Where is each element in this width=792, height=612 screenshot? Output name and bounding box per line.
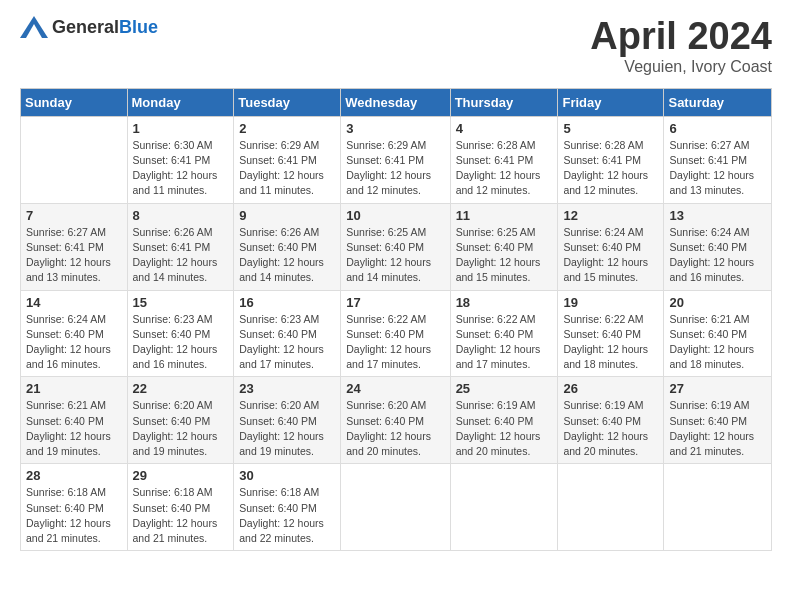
calendar-header-cell: Monday bbox=[127, 88, 234, 116]
day-number: 13 bbox=[669, 208, 766, 223]
day-detail: Sunrise: 6:27 AMSunset: 6:41 PMDaylight:… bbox=[26, 225, 122, 286]
day-detail: Sunrise: 6:18 AMSunset: 6:40 PMDaylight:… bbox=[26, 485, 122, 546]
calendar-header-row: SundayMondayTuesdayWednesdayThursdayFrid… bbox=[21, 88, 772, 116]
day-detail: Sunrise: 6:29 AMSunset: 6:41 PMDaylight:… bbox=[346, 138, 444, 199]
day-detail: Sunrise: 6:24 AMSunset: 6:40 PMDaylight:… bbox=[669, 225, 766, 286]
day-number: 5 bbox=[563, 121, 658, 136]
day-detail: Sunrise: 6:22 AMSunset: 6:40 PMDaylight:… bbox=[456, 312, 553, 373]
day-detail: Sunrise: 6:21 AMSunset: 6:40 PMDaylight:… bbox=[26, 398, 122, 459]
day-number: 26 bbox=[563, 381, 658, 396]
header: GeneralBlue April 2024 Veguien, Ivory Co… bbox=[20, 16, 772, 76]
day-detail: Sunrise: 6:19 AMSunset: 6:40 PMDaylight:… bbox=[669, 398, 766, 459]
calendar-cell: 3Sunrise: 6:29 AMSunset: 6:41 PMDaylight… bbox=[341, 116, 450, 203]
calendar-cell bbox=[341, 464, 450, 551]
day-detail: Sunrise: 6:23 AMSunset: 6:40 PMDaylight:… bbox=[239, 312, 335, 373]
calendar-cell: 10Sunrise: 6:25 AMSunset: 6:40 PMDayligh… bbox=[341, 203, 450, 290]
calendar-week-row: 1Sunrise: 6:30 AMSunset: 6:41 PMDaylight… bbox=[21, 116, 772, 203]
calendar-cell: 8Sunrise: 6:26 AMSunset: 6:41 PMDaylight… bbox=[127, 203, 234, 290]
calendar-cell: 14Sunrise: 6:24 AMSunset: 6:40 PMDayligh… bbox=[21, 290, 128, 377]
calendar-cell: 4Sunrise: 6:28 AMSunset: 6:41 PMDaylight… bbox=[450, 116, 558, 203]
calendar-cell: 7Sunrise: 6:27 AMSunset: 6:41 PMDaylight… bbox=[21, 203, 128, 290]
calendar-cell: 28Sunrise: 6:18 AMSunset: 6:40 PMDayligh… bbox=[21, 464, 128, 551]
calendar-header-cell: Tuesday bbox=[234, 88, 341, 116]
day-number: 3 bbox=[346, 121, 444, 136]
day-number: 15 bbox=[133, 295, 229, 310]
day-detail: Sunrise: 6:28 AMSunset: 6:41 PMDaylight:… bbox=[456, 138, 553, 199]
day-detail: Sunrise: 6:23 AMSunset: 6:40 PMDaylight:… bbox=[133, 312, 229, 373]
day-detail: Sunrise: 6:24 AMSunset: 6:40 PMDaylight:… bbox=[26, 312, 122, 373]
calendar-header-cell: Saturday bbox=[664, 88, 772, 116]
calendar-header-cell: Thursday bbox=[450, 88, 558, 116]
calendar-cell: 21Sunrise: 6:21 AMSunset: 6:40 PMDayligh… bbox=[21, 377, 128, 464]
day-number: 14 bbox=[26, 295, 122, 310]
calendar-cell bbox=[664, 464, 772, 551]
day-detail: Sunrise: 6:25 AMSunset: 6:40 PMDaylight:… bbox=[456, 225, 553, 286]
calendar-week-row: 28Sunrise: 6:18 AMSunset: 6:40 PMDayligh… bbox=[21, 464, 772, 551]
day-number: 21 bbox=[26, 381, 122, 396]
logo-blue: Blue bbox=[119, 17, 158, 37]
day-detail: Sunrise: 6:21 AMSunset: 6:40 PMDaylight:… bbox=[669, 312, 766, 373]
calendar-cell: 26Sunrise: 6:19 AMSunset: 6:40 PMDayligh… bbox=[558, 377, 664, 464]
day-number: 27 bbox=[669, 381, 766, 396]
day-number: 28 bbox=[26, 468, 122, 483]
day-detail: Sunrise: 6:30 AMSunset: 6:41 PMDaylight:… bbox=[133, 138, 229, 199]
calendar-cell: 5Sunrise: 6:28 AMSunset: 6:41 PMDaylight… bbox=[558, 116, 664, 203]
month-title: April 2024 bbox=[590, 16, 772, 58]
day-number: 23 bbox=[239, 381, 335, 396]
day-detail: Sunrise: 6:19 AMSunset: 6:40 PMDaylight:… bbox=[563, 398, 658, 459]
title-area: April 2024 Veguien, Ivory Coast bbox=[590, 16, 772, 76]
day-detail: Sunrise: 6:18 AMSunset: 6:40 PMDaylight:… bbox=[133, 485, 229, 546]
logo: GeneralBlue bbox=[20, 16, 158, 38]
day-number: 8 bbox=[133, 208, 229, 223]
calendar-cell: 25Sunrise: 6:19 AMSunset: 6:40 PMDayligh… bbox=[450, 377, 558, 464]
calendar-cell bbox=[21, 116, 128, 203]
day-number: 10 bbox=[346, 208, 444, 223]
calendar-cell: 18Sunrise: 6:22 AMSunset: 6:40 PMDayligh… bbox=[450, 290, 558, 377]
day-number: 2 bbox=[239, 121, 335, 136]
day-number: 6 bbox=[669, 121, 766, 136]
calendar-header-cell: Wednesday bbox=[341, 88, 450, 116]
calendar-cell bbox=[558, 464, 664, 551]
calendar-table: SundayMondayTuesdayWednesdayThursdayFrid… bbox=[20, 88, 772, 551]
calendar-header-cell: Friday bbox=[558, 88, 664, 116]
calendar-cell: 29Sunrise: 6:18 AMSunset: 6:40 PMDayligh… bbox=[127, 464, 234, 551]
calendar-cell: 19Sunrise: 6:22 AMSunset: 6:40 PMDayligh… bbox=[558, 290, 664, 377]
calendar-week-row: 21Sunrise: 6:21 AMSunset: 6:40 PMDayligh… bbox=[21, 377, 772, 464]
day-number: 11 bbox=[456, 208, 553, 223]
calendar-cell: 15Sunrise: 6:23 AMSunset: 6:40 PMDayligh… bbox=[127, 290, 234, 377]
calendar-week-row: 14Sunrise: 6:24 AMSunset: 6:40 PMDayligh… bbox=[21, 290, 772, 377]
calendar-cell: 1Sunrise: 6:30 AMSunset: 6:41 PMDaylight… bbox=[127, 116, 234, 203]
calendar-body: 1Sunrise: 6:30 AMSunset: 6:41 PMDaylight… bbox=[21, 116, 772, 550]
day-number: 12 bbox=[563, 208, 658, 223]
day-number: 20 bbox=[669, 295, 766, 310]
day-number: 25 bbox=[456, 381, 553, 396]
day-detail: Sunrise: 6:28 AMSunset: 6:41 PMDaylight:… bbox=[563, 138, 658, 199]
calendar-header-cell: Sunday bbox=[21, 88, 128, 116]
calendar-cell: 16Sunrise: 6:23 AMSunset: 6:40 PMDayligh… bbox=[234, 290, 341, 377]
day-number: 4 bbox=[456, 121, 553, 136]
day-number: 18 bbox=[456, 295, 553, 310]
day-number: 1 bbox=[133, 121, 229, 136]
day-number: 24 bbox=[346, 381, 444, 396]
day-detail: Sunrise: 6:22 AMSunset: 6:40 PMDaylight:… bbox=[346, 312, 444, 373]
calendar-cell: 11Sunrise: 6:25 AMSunset: 6:40 PMDayligh… bbox=[450, 203, 558, 290]
calendar-cell: 9Sunrise: 6:26 AMSunset: 6:40 PMDaylight… bbox=[234, 203, 341, 290]
day-number: 16 bbox=[239, 295, 335, 310]
calendar-cell: 6Sunrise: 6:27 AMSunset: 6:41 PMDaylight… bbox=[664, 116, 772, 203]
day-detail: Sunrise: 6:20 AMSunset: 6:40 PMDaylight:… bbox=[346, 398, 444, 459]
logo-general: General bbox=[52, 17, 119, 37]
day-number: 9 bbox=[239, 208, 335, 223]
calendar-cell: 24Sunrise: 6:20 AMSunset: 6:40 PMDayligh… bbox=[341, 377, 450, 464]
calendar-cell: 2Sunrise: 6:29 AMSunset: 6:41 PMDaylight… bbox=[234, 116, 341, 203]
day-detail: Sunrise: 6:20 AMSunset: 6:40 PMDaylight:… bbox=[239, 398, 335, 459]
logo-icon bbox=[20, 16, 48, 38]
day-detail: Sunrise: 6:25 AMSunset: 6:40 PMDaylight:… bbox=[346, 225, 444, 286]
day-number: 19 bbox=[563, 295, 658, 310]
calendar-cell: 27Sunrise: 6:19 AMSunset: 6:40 PMDayligh… bbox=[664, 377, 772, 464]
day-number: 29 bbox=[133, 468, 229, 483]
calendar-cell: 12Sunrise: 6:24 AMSunset: 6:40 PMDayligh… bbox=[558, 203, 664, 290]
calendar-cell: 22Sunrise: 6:20 AMSunset: 6:40 PMDayligh… bbox=[127, 377, 234, 464]
day-detail: Sunrise: 6:22 AMSunset: 6:40 PMDaylight:… bbox=[563, 312, 658, 373]
location-title: Veguien, Ivory Coast bbox=[590, 58, 772, 76]
day-number: 30 bbox=[239, 468, 335, 483]
